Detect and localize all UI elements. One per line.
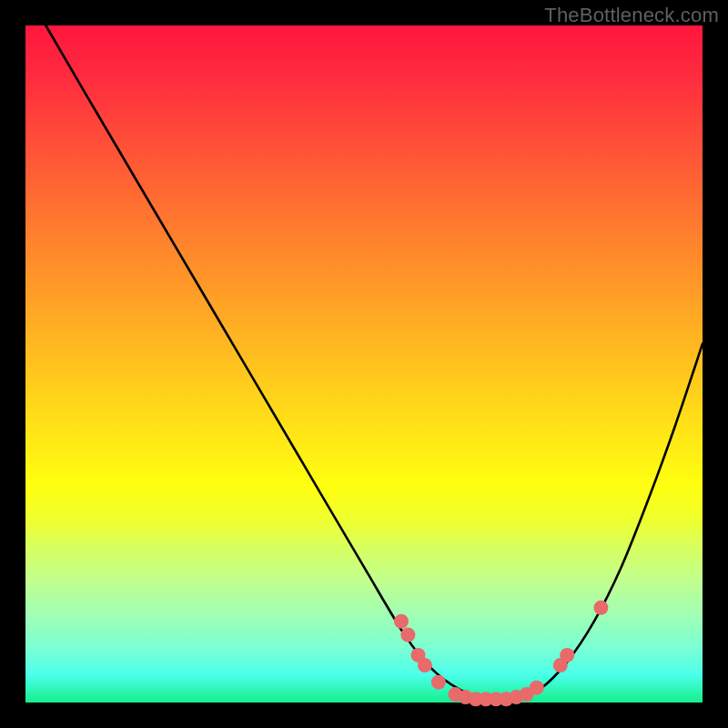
data-marker xyxy=(394,614,409,629)
data-marker xyxy=(418,658,432,672)
chart-container: TheBottleneck.com xyxy=(0,0,728,728)
chart-svg xyxy=(25,25,703,703)
data-marker xyxy=(560,648,574,662)
data-marker xyxy=(530,681,544,695)
plot-area xyxy=(25,25,703,703)
marker-dots xyxy=(394,601,608,706)
data-marker xyxy=(431,675,446,690)
watermark-text: TheBottleneck.com xyxy=(544,4,719,27)
data-marker xyxy=(400,628,415,642)
bottleneck-curve-path xyxy=(46,25,703,701)
data-marker xyxy=(593,601,608,615)
curve-line xyxy=(46,25,703,701)
